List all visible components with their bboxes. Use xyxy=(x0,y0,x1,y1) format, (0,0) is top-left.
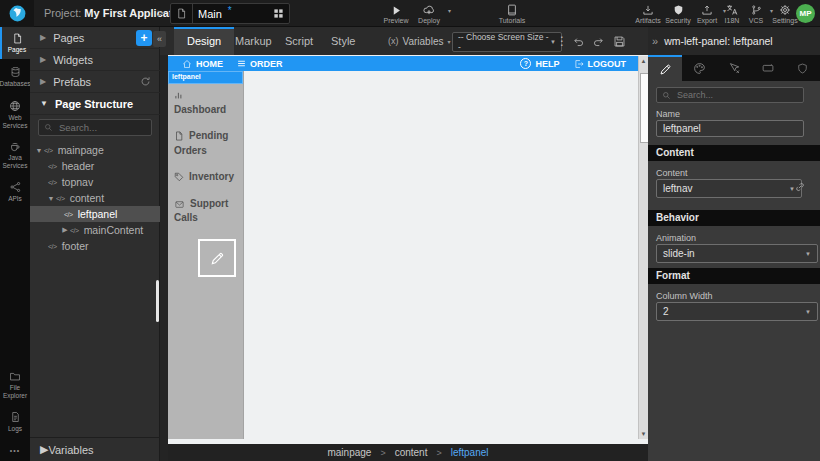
sidebar-item-file-explorer[interactable]: File Explorer xyxy=(0,366,30,404)
section-prefabs[interactable]: ▶ Prefabs xyxy=(30,71,160,93)
shield-icon xyxy=(673,3,684,16)
properties-search-input[interactable] xyxy=(675,89,798,101)
undo-button[interactable] xyxy=(572,27,585,55)
file-icon xyxy=(174,131,184,141)
add-page-button[interactable]: + xyxy=(136,30,152,46)
left-panel-scrollbar[interactable] xyxy=(156,280,159,322)
name-label: Name xyxy=(656,109,680,119)
coffee-cup-icon xyxy=(9,141,21,152)
security-button[interactable]: Security xyxy=(662,0,694,27)
tree-node-topnav[interactable]: </> topnav xyxy=(30,174,178,190)
canvas-leftpanel-widget[interactable]: Dashboard Pending Orders Inventory Suppo… xyxy=(168,71,244,439)
caret-right-icon: ▶ xyxy=(60,226,70,234)
sidebar-item-java-services[interactable]: Java Services xyxy=(0,136,30,174)
leftnav-item-dashboard[interactable]: Dashboard xyxy=(174,88,239,117)
tab-security[interactable] xyxy=(786,55,820,81)
variables-dropdown[interactable]: (x) Variables ▾ xyxy=(388,27,450,55)
more-menu-button[interactable]: ••• xyxy=(0,441,30,459)
panel-gap xyxy=(160,55,168,461)
refresh-icon[interactable] xyxy=(140,76,151,87)
section-page-structure[interactable]: ▼ Page Structure xyxy=(30,93,160,115)
sidebar-item-databases[interactable]: Databases xyxy=(0,60,30,94)
deploy-button[interactable]: Deploy ▾ xyxy=(411,0,447,27)
sidebar-item-logs[interactable]: Logs xyxy=(0,406,30,438)
i18n-button[interactable]: I18N xyxy=(719,0,745,27)
breadcrumb-item-leftpanel[interactable]: leftpanel xyxy=(451,447,489,458)
breadcrumb-item-content[interactable]: content xyxy=(395,447,428,458)
bind-link-icon[interactable] xyxy=(794,181,806,193)
design-canvas[interactable]: HOME ORDER ? HELP LOGOUT leftpanel Dashb… xyxy=(168,55,648,444)
breadcrumb-item-mainpage[interactable]: mainpage xyxy=(327,447,371,458)
tab-styles[interactable] xyxy=(682,55,716,81)
sidebar-item-web-services[interactable]: Web Services xyxy=(0,96,30,134)
nav-order[interactable]: ORDER xyxy=(237,59,283,69)
tutorials-button[interactable]: Tutorials xyxy=(492,0,532,27)
tab-properties[interactable] xyxy=(648,55,682,81)
tree-node-header[interactable]: </> header xyxy=(30,158,178,174)
properties-search[interactable] xyxy=(656,87,804,103)
caret-down-icon: ▼ xyxy=(805,309,811,315)
sidebar-item-apis[interactable]: APIs xyxy=(0,176,30,208)
tab-style[interactable]: Style xyxy=(318,27,368,55)
gear-icon xyxy=(779,3,791,16)
artifacts-button[interactable]: Artifacts xyxy=(630,0,666,27)
name-field[interactable] xyxy=(656,120,804,137)
screen-size-select[interactable]: -- Choose Screen Size -- ▼ xyxy=(452,32,562,52)
save-button[interactable] xyxy=(613,27,626,55)
section-behavior[interactable]: Behavior xyxy=(648,210,820,226)
leftnav-item-support-calls[interactable]: Support Calls xyxy=(174,197,239,226)
upload-tray-icon xyxy=(701,3,713,16)
project-label: Project: My First Application xyxy=(44,0,189,27)
sidebar-item-pages[interactable]: Pages xyxy=(0,27,32,59)
unsaved-marker: * xyxy=(228,5,232,16)
structure-search[interactable] xyxy=(38,119,152,136)
palette-icon xyxy=(693,62,706,75)
collapse-left-panel-button[interactable]: « xyxy=(153,31,166,47)
section-content[interactable]: Content xyxy=(648,145,820,161)
page-tab-name: Main xyxy=(198,8,222,20)
scroll-down-icon[interactable]: ▼ xyxy=(639,431,648,437)
tab-events[interactable] xyxy=(717,55,751,81)
nav-home[interactable]: HOME xyxy=(182,59,223,69)
widget-code-icon: </> xyxy=(48,179,57,186)
tree-node-footer[interactable]: </> footer xyxy=(30,238,178,254)
caret-right-icon: ▶ xyxy=(40,55,46,64)
preview-button[interactable]: Preview xyxy=(379,0,413,27)
expand-panel-button[interactable]: » xyxy=(648,35,664,47)
book-icon xyxy=(506,3,518,16)
wavemaker-studio: Project: My First Application > Main * P… xyxy=(0,0,820,461)
active-page-tab[interactable]: Main * xyxy=(170,3,290,24)
nav-logout[interactable]: LOGOUT xyxy=(574,59,627,69)
tree-node-mainpage[interactable]: ▼ </> mainpage xyxy=(30,142,164,158)
search-icon xyxy=(44,123,53,132)
tree-node-content[interactable]: ▼ </> content xyxy=(30,190,176,206)
export-button[interactable]: Export ▾ xyxy=(692,0,722,27)
search-icon xyxy=(662,91,671,100)
animation-select[interactable]: slide-in ▼ xyxy=(656,244,818,263)
caret-down-icon: ▼ xyxy=(46,195,56,202)
log-file-icon xyxy=(10,411,21,423)
section-format[interactable]: Format xyxy=(648,268,820,284)
breadcrumb-chevron-icon: > xyxy=(157,0,163,27)
more-options-button[interactable]: ⋮ xyxy=(556,27,568,55)
wavemaker-logo[interactable] xyxy=(0,0,34,27)
redo-button[interactable] xyxy=(592,27,605,55)
section-pages[interactable]: ▶ Pages + xyxy=(30,27,160,49)
tab-device[interactable] xyxy=(751,55,785,81)
selected-widget-title: wm-left-panel: leftpanel xyxy=(664,35,773,47)
nav-help[interactable]: ? HELP xyxy=(520,58,559,69)
grid-view-icon[interactable] xyxy=(273,8,284,19)
widget-code-icon: </> xyxy=(56,195,65,202)
vcs-button[interactable]: VCS ▾ xyxy=(743,0,769,27)
section-variables[interactable]: ▶ Variables xyxy=(30,437,160,461)
leftnav-item-inventory[interactable]: Inventory xyxy=(174,170,239,185)
column-width-select[interactable]: 2 ▼ xyxy=(656,302,818,321)
leftnav-item-pending-orders[interactable]: Pending Orders xyxy=(174,129,239,158)
section-widgets[interactable]: ▶ Widgets xyxy=(30,49,160,71)
left-panel: ▶ Pages + ▶ Widgets ▶ Prefabs ▼ Page Str… xyxy=(30,27,160,461)
user-avatar[interactable]: MP xyxy=(796,4,815,23)
edit-widget-button[interactable] xyxy=(198,239,236,277)
scroll-up-icon[interactable]: ▲ xyxy=(639,58,648,64)
structure-search-input[interactable] xyxy=(57,121,146,134)
content-select[interactable]: leftnav ▼ xyxy=(656,179,802,198)
